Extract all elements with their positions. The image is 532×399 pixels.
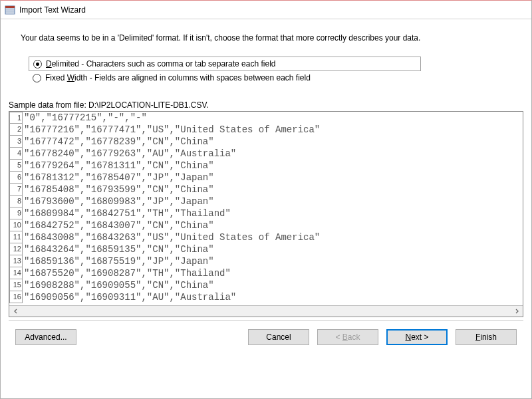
row-number: 14 [9, 267, 23, 279]
row-number: 9 [9, 207, 23, 219]
row-number: 6 [9, 172, 23, 184]
table-row: 1"0","16777215","-","-" [9, 112, 523, 124]
scroll-right-icon[interactable] [511, 307, 521, 316]
row-number: 12 [9, 243, 23, 255]
row-text: "16843008","16843263","US","United State… [23, 231, 320, 243]
row-text: "16777472","16778239","CN","China" [23, 136, 214, 148]
format-group: Delimited - Characters such as comma or … [29, 53, 511, 88]
table-row: 6"16781312","16785407","JP","Japan" [9, 172, 523, 184]
radio-delimited[interactable] [33, 60, 42, 68]
row-text: "16843264","16859135","CN","China" [23, 243, 214, 255]
row-text: "16842752","16843007","CN","China" [23, 219, 214, 231]
table-row: 13"16859136","16875519","JP","Japan" [9, 255, 523, 267]
row-number: 11 [9, 231, 23, 243]
row-text: "0","16777215","-","-" [23, 112, 147, 124]
table-row: 8"16793600","16809983","JP","Japan" [9, 196, 523, 207]
row-text: "16909056","16909311","AU","Australia" [23, 291, 236, 303]
row-text: "16809984","16842751","TH","Thailand" [23, 207, 231, 219]
row-text: "16781312","16785407","JP","Japan" [23, 172, 214, 184]
cancel-button[interactable]: Cancel [248, 329, 309, 345]
row-text: "16778240","16779263","AU","Australia" [23, 148, 236, 160]
sample-data-label: Sample data from file: D:\IP2LOCATION-LI… [9, 100, 523, 110]
row-text: "16785408","16793599","CN","China" [23, 184, 214, 196]
row-text: "16875520","16908287","TH","Thailand" [23, 267, 231, 279]
table-row: 11"16843008","16843263","US","United Sta… [9, 231, 523, 243]
table-row: 5"16779264","16781311","CN","China" [9, 160, 523, 172]
row-text: "16908288","16909055","CN","China" [23, 279, 214, 291]
table-row: 4"16778240","16779263","AU","Australia" [9, 148, 523, 160]
back-button[interactable]: < Back [317, 329, 378, 345]
row-number: 8 [9, 196, 23, 207]
svg-rect-4 [5, 6, 15, 8]
option-delimited[interactable]: Delimited - Characters such as comma or … [29, 57, 421, 71]
table-row: 12"16843264","16859135","CN","China" [9, 243, 523, 255]
finish-button[interactable]: Finish [456, 329, 517, 345]
row-text: "16779264","16781311","CN","China" [23, 160, 214, 172]
table-row: 15"16908288","16909055","CN","China" [9, 279, 523, 291]
row-number: 15 [9, 279, 23, 291]
row-number: 7 [9, 184, 23, 196]
row-text: "16859136","16875519","JP","Japan" [23, 255, 214, 267]
import-wizard-icon [5, 5, 15, 15]
window-title: Import Text Wizard [19, 5, 86, 15]
table-row: 9"16809984","16842751","TH","Thailand" [9, 207, 523, 219]
scroll-left-icon[interactable] [11, 307, 21, 316]
instruction-text: Your data seems to be in a 'Delimited' f… [21, 33, 446, 43]
table-row: 3"16777472","16778239","CN","China" [9, 136, 523, 148]
row-number: 1 [9, 112, 23, 124]
row-text: "16793600","16809983","JP","Japan" [23, 196, 214, 207]
row-number: 16 [9, 291, 23, 303]
table-row: 2"16777216","16777471","US","United Stat… [9, 124, 523, 136]
row-number: 10 [9, 219, 23, 231]
titlebar: Import Text Wizard [1, 1, 531, 19]
row-number: 13 [9, 255, 23, 267]
table-row: 7"16785408","16793599","CN","China" [9, 184, 523, 196]
row-text: "16777216","16777471","US","United State… [23, 124, 320, 136]
row-number: 2 [9, 124, 23, 136]
option-fixed-width[interactable]: Fixed Width - Fields are aligned in colu… [29, 71, 511, 84]
row-number: 5 [9, 160, 23, 172]
row-number: 3 [9, 136, 23, 148]
radio-fixed-width[interactable] [33, 74, 41, 82]
button-bar: Advanced... Cancel < Back Next > Finish [9, 320, 523, 353]
table-row: 14"16875520","16908287","TH","Thailand" [9, 267, 523, 279]
sample-data-box: 1"0","16777215","-","-"2"16777216","1677… [9, 111, 523, 317]
table-row: 16"16909056","16909311","AU","Australia" [9, 291, 523, 303]
table-row: 10"16842752","16843007","CN","China" [9, 219, 523, 231]
row-number: 4 [9, 148, 23, 160]
advanced-button[interactable]: Advanced... [15, 329, 76, 345]
sample-rows: 1"0","16777215","-","-"2"16777216","1677… [9, 112, 523, 305]
horizontal-scrollbar[interactable] [9, 305, 523, 317]
next-button[interactable]: Next > [386, 329, 448, 345]
